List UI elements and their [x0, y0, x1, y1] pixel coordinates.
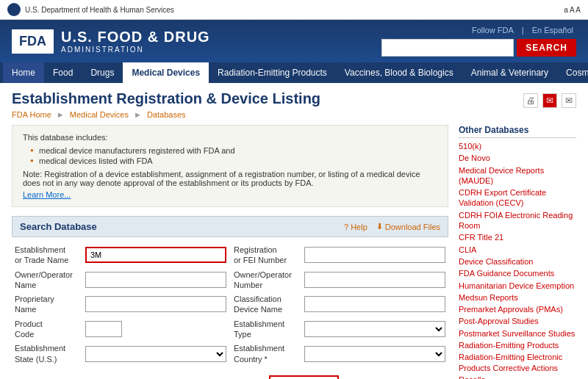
sidebar-link[interactable]: Radiation-Emitting Products — [459, 340, 576, 350]
share-icon[interactable]: ✉ — [562, 93, 576, 108]
search-button[interactable]: Search — [269, 375, 339, 379]
breadcrumb-sep1: ► — [57, 110, 67, 119]
est-country-row: EstablishmentCountry * — [234, 343, 445, 364]
sidebar-link[interactable]: Medsun Reports — [459, 292, 576, 303]
owner-number-row: Owner/OperatorNumber — [234, 270, 445, 291]
fda-title: U.S. FOOD & DRUG ADMINISTRATION — [61, 29, 210, 54]
follow-fda-link[interactable]: Follow FDA — [472, 26, 514, 35]
nav-item-radiation[interactable]: Radiation-Emitting Products — [209, 62, 336, 83]
est-country-select[interactable] — [304, 346, 445, 362]
fda-search-area: Follow FDA | En Español SEARCH — [381, 26, 576, 57]
sidebar-link[interactable]: Humanitarian Device Exemption — [459, 281, 576, 291]
sidebar-link[interactable]: Postmarket Surveillance Studies — [459, 328, 576, 339]
sidebar-link[interactable]: Medical Device Reports (MAUDE) — [459, 165, 576, 187]
nav-item-drugs[interactable]: Drugs — [82, 62, 123, 83]
header-search-row: SEARCH — [381, 39, 576, 57]
search-db-header: Search Database ? Help ⬇ Download Files — [12, 216, 448, 237]
est-state-select[interactable] — [85, 346, 226, 362]
breadcrumb-fda-home[interactable]: FDA Home — [12, 110, 51, 119]
content-layout: This database includes: medical device m… — [12, 125, 576, 379]
info-list: medical device manufacturers registered … — [30, 146, 437, 165]
owner-number-input[interactable] — [304, 272, 445, 288]
est-state-label: EstablishmentState (U.S.) — [15, 343, 81, 364]
est-type-row: EstablishmentType — [234, 319, 445, 340]
email-icon[interactable]: ✉ — [542, 93, 557, 108]
download-icon: ⬇ — [376, 222, 383, 231]
help-link[interactable]: ? Help — [344, 223, 368, 231]
breadcrumb: FDA Home ► Medical Devices ► Databases — [12, 110, 320, 119]
font-size-label[interactable]: a A A — [564, 6, 581, 14]
est-type-select[interactable] — [304, 321, 445, 337]
reg-fei-input[interactable] — [304, 247, 445, 263]
sidebar-link[interactable]: FDA Guidance Documents — [459, 268, 576, 278]
sidebar-link[interactable]: Premarket Approvals (PMAs) — [459, 304, 576, 314]
sidebar-link[interactable]: Device Classification — [459, 256, 576, 267]
form-actions: Quick Search Clear Form Search — [12, 375, 448, 379]
search-db-actions: ? Help ⬇ Download Files — [344, 222, 440, 231]
fda-logo: FDA U.S. FOOD & DRUG ADMINISTRATION — [12, 29, 210, 54]
est-type-label: EstablishmentType — [234, 319, 300, 340]
fda-title-main: U.S. FOOD & DRUG — [61, 29, 210, 46]
sidebar-link[interactable]: Radiation-Emitting Electronic Products C… — [459, 352, 576, 373]
hhs-seal-icon — [7, 3, 21, 16]
proprietary-name-label: ProprietaryName — [15, 294, 81, 315]
sidebar-link[interactable]: Post-Approval Studies — [459, 316, 576, 326]
en-espanol-link[interactable]: En Español — [532, 26, 573, 35]
info-box: This database includes: medical device m… — [12, 125, 448, 207]
breadcrumb-medical-devices[interactable]: Medical Devices — [70, 110, 129, 119]
class-device-label: ClassificationDevice Name — [234, 294, 300, 315]
search-database-section: Search Database ? Help ⬇ Download Files — [12, 216, 448, 379]
info-item-1: medical device manufacturers registered … — [30, 146, 437, 155]
product-code-label: ProductCode — [15, 319, 81, 340]
reg-fei-label: Registrationor FEI Number — [234, 245, 300, 266]
right-fields: Registrationor FEI Number Owner/Operator… — [234, 245, 445, 368]
fda-header-links: Follow FDA | En Español — [469, 26, 576, 35]
reg-fei-row: Registrationor FEI Number — [234, 245, 445, 266]
search-form-grid: Establishmentor Trade Name Owner/Operato… — [12, 245, 448, 368]
product-code-row: ProductCode — [15, 319, 226, 340]
nav-item-medical-devices[interactable]: Medical Devices — [123, 62, 209, 83]
nav-item-vaccines[interactable]: Vaccines, Blood & Biologics — [336, 62, 462, 83]
learn-more-link[interactable]: Learn More... — [23, 190, 71, 199]
proprietary-name-row: ProprietaryName — [15, 294, 226, 315]
print-icon[interactable]: 🖨 — [523, 93, 538, 108]
gov-bar-left: U.S. Department of Health & Human Servic… — [7, 3, 174, 16]
help-icon: ? — [344, 223, 348, 231]
gov-agency-name: U.S. Department of Health & Human Servic… — [25, 6, 174, 14]
sidebar-link[interactable]: CDRH FOIA Electronic Reading Room — [459, 210, 576, 231]
sidebar-link[interactable]: CFR Title 21 — [459, 232, 576, 242]
proprietary-name-input[interactable] — [85, 296, 226, 312]
product-code-input[interactable] — [85, 321, 122, 337]
header-search-input[interactable] — [381, 39, 514, 57]
nav-item-cosmetics[interactable]: Cosmetics — [557, 62, 588, 83]
class-device-row: ClassificationDevice Name — [234, 294, 445, 315]
sidebar-link[interactable]: De Novo — [459, 153, 576, 163]
nav-item-animal[interactable]: Animal & Veterinary — [462, 62, 557, 83]
est-trade-name-input[interactable] — [85, 247, 226, 263]
nav-item-food[interactable]: Food — [44, 62, 82, 83]
info-intro: This database includes: — [23, 133, 437, 142]
est-trade-name-label: Establishmentor Trade Name — [15, 245, 81, 266]
font-size-controls[interactable]: a A A — [564, 6, 581, 14]
search-db-title: Search Database — [20, 221, 97, 232]
info-note: Note: Registration of a device establish… — [23, 170, 437, 187]
sidebar-title: Other Databases — [459, 125, 576, 138]
fda-box: FDA — [12, 29, 54, 54]
sidebar-links: 510(k)De NovoMedical Device Reports (MAU… — [459, 141, 576, 379]
owner-name-label: Owner/OperatorName — [15, 270, 81, 291]
sidebar-link[interactable]: Recalls — [459, 375, 576, 379]
sidebar-link[interactable]: CDRH Export Certificate Validation (CECV… — [459, 187, 576, 209]
est-trade-name-row: Establishmentor Trade Name — [15, 245, 226, 266]
class-device-input[interactable] — [304, 296, 445, 312]
download-link[interactable]: ⬇ Download Files — [376, 222, 440, 231]
fda-title-sub: ADMINISTRATION — [61, 46, 210, 54]
page-header: Establishment Registration & Device List… — [12, 90, 576, 119]
sidebar-link[interactable]: 510(k) — [459, 141, 576, 151]
breadcrumb-databases[interactable]: Databases — [147, 110, 186, 119]
est-state-row: EstablishmentState (U.S.) — [15, 343, 226, 364]
sidebar-link[interactable]: CLIA — [459, 245, 576, 255]
nav-item-home[interactable]: Home — [3, 62, 44, 83]
header-search-button[interactable]: SEARCH — [517, 39, 576, 57]
owner-name-input[interactable] — [85, 272, 226, 288]
page-icons: 🖨 ✉ ✉ — [523, 93, 576, 108]
